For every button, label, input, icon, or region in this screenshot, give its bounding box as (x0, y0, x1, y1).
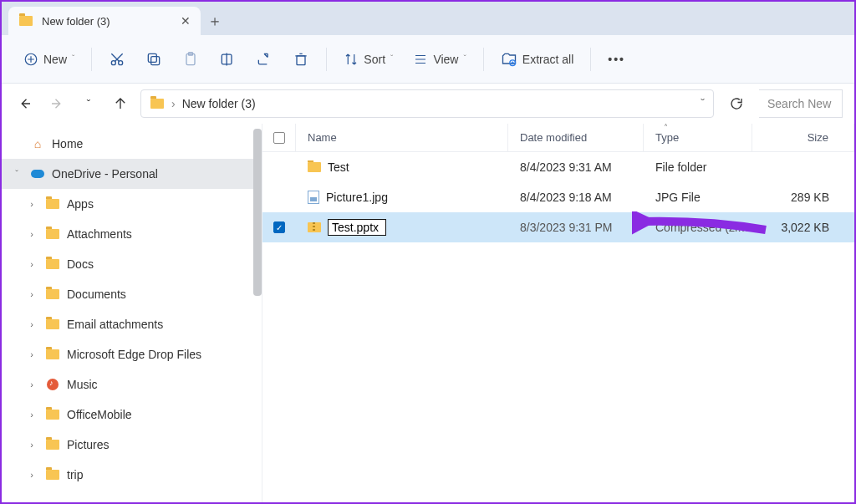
view-button[interactable]: View ˇ (405, 44, 474, 74)
separator (326, 48, 327, 71)
cell-name[interactable] (296, 219, 508, 236)
separator (483, 48, 484, 71)
cell-type: File folder (644, 160, 752, 174)
nav-item[interactable]: ›Pictures (2, 430, 262, 460)
column-type[interactable]: Type (644, 124, 752, 151)
copy-button[interactable] (137, 44, 171, 74)
row-checkbox[interactable]: ✓ (262, 221, 296, 233)
chevron-right-icon[interactable]: › (25, 470, 38, 480)
folder-icon (45, 470, 60, 480)
folder-icon (45, 349, 60, 359)
svg-rect-3 (151, 56, 160, 64)
folder-icon (18, 16, 33, 26)
nav-label: Documents (67, 288, 126, 301)
nav-item[interactable]: ›Documents (2, 279, 262, 309)
chevron-right-icon[interactable]: › (25, 289, 38, 299)
nav-home[interactable]: ⌂ Home (2, 129, 262, 159)
nav-item[interactable]: ›OfficeMobile (2, 400, 262, 430)
folder-icon (150, 99, 165, 109)
sort-button[interactable]: Sort ˇ (335, 44, 401, 74)
nav-label: Music (67, 378, 98, 391)
view-label: View (433, 53, 458, 66)
window-tab[interactable]: New folder (3) ✕ (8, 7, 201, 35)
forward-button[interactable] (45, 92, 69, 115)
nav-item[interactable]: ›Email attachments (2, 309, 262, 339)
new-button[interactable]: New ˇ (15, 44, 83, 74)
nav-onedrive[interactable]: ˇ OneDrive - Personal (2, 159, 262, 189)
nav-label: trip (67, 468, 83, 481)
chevron-right-icon[interactable]: › (25, 229, 38, 239)
refresh-button[interactable] (722, 89, 751, 118)
chevron-down-icon: ˇ (87, 98, 90, 110)
extract-all-button[interactable]: Extract all (492, 44, 582, 74)
nav-label: Microsoft Edge Drop Files (67, 348, 201, 361)
file-row[interactable]: Test8/4/2023 9:31 AMFile folder (262, 152, 854, 182)
zip-icon (308, 222, 321, 232)
share-button[interactable] (247, 44, 281, 74)
cell-date: 8/3/2023 9:31 PM (508, 221, 644, 234)
nav-item[interactable]: ›Docs (2, 249, 262, 279)
sort-label: Sort (364, 53, 385, 66)
chevron-right-icon[interactable]: › (25, 349, 38, 359)
cut-button[interactable] (100, 44, 134, 74)
address-bar-row: ˇ › New folder (3) ˇ Search New (2, 84, 854, 124)
nav-item[interactable]: ›Music (2, 369, 262, 400)
chevron-right-icon[interactable]: › (25, 319, 38, 329)
folder-icon (45, 440, 60, 450)
breadcrumb-segment[interactable]: New folder (3) (182, 97, 256, 110)
file-row[interactable]: ✓8/3/2023 9:31 PMCompressed (zipp...3,02… (262, 212, 854, 242)
rename-button[interactable] (211, 44, 244, 74)
new-tab-button[interactable]: ＋ (201, 7, 229, 35)
rename-input[interactable] (328, 219, 386, 236)
sort-indicator-icon: ˄ (664, 123, 668, 132)
nav-label: Docs (67, 257, 94, 271)
cell-name[interactable]: Picture1.jpg (296, 191, 508, 204)
chevron-down-icon: ˇ (463, 54, 466, 64)
music-icon (45, 379, 60, 390)
back-button[interactable] (13, 92, 37, 115)
chevron-right-icon[interactable]: › (25, 440, 38, 450)
address-bar[interactable]: › New folder (3) ˇ (140, 89, 714, 118)
folder-icon (45, 289, 60, 299)
cell-size: 3,022 KB (752, 221, 854, 234)
folder-icon (45, 199, 60, 209)
more-button[interactable]: ••• (599, 44, 634, 74)
close-tab-icon[interactable]: ✕ (181, 14, 191, 28)
delete-button[interactable] (284, 44, 318, 74)
column-date[interactable]: Date modified (508, 124, 644, 151)
select-all-checkbox[interactable] (262, 124, 296, 151)
scrollbar-thumb[interactable] (253, 129, 262, 296)
chevron-down-icon[interactable]: ˇ (10, 169, 23, 179)
column-size[interactable]: Size (752, 124, 854, 151)
cell-type: JPG File (644, 191, 752, 204)
cell-type: Compressed (zipp... (644, 221, 752, 234)
onedrive-icon (30, 170, 45, 178)
chevron-right-icon[interactable]: › (25, 379, 38, 389)
chevron-right-icon[interactable]: › (25, 259, 38, 269)
folder-icon (45, 259, 60, 269)
separator (91, 48, 92, 71)
nav-item[interactable]: ›Attachments (2, 219, 262, 249)
search-input[interactable]: Search New (759, 89, 843, 118)
folder-icon (45, 319, 60, 329)
chevron-down-icon[interactable]: ˇ (701, 97, 705, 110)
cell-size: 289 KB (752, 191, 854, 204)
folder-icon (45, 229, 60, 239)
file-name: Test (328, 160, 349, 174)
chevron-right-icon[interactable]: › (25, 199, 38, 209)
up-button[interactable] (109, 92, 132, 115)
file-name: Picture1.jpg (326, 191, 388, 204)
file-row[interactable]: Picture1.jpg8/4/2023 9:18 AMJPG File289 … (262, 182, 854, 212)
recent-dropdown[interactable]: ˇ (77, 92, 100, 115)
nav-item[interactable]: ›Apps (2, 189, 262, 219)
nav-item[interactable]: ›Microsoft Edge Drop Files (2, 339, 262, 369)
home-icon: ⌂ (30, 137, 45, 150)
folder-icon (45, 410, 60, 420)
cell-name[interactable]: Test (296, 160, 508, 174)
paste-button[interactable] (174, 44, 207, 74)
nav-item[interactable]: ›trip (2, 460, 262, 490)
cell-date: 8/4/2023 9:18 AM (508, 191, 644, 204)
nav-label: Email attachments (67, 318, 163, 331)
column-name[interactable]: Name (296, 124, 508, 151)
chevron-right-icon[interactable]: › (25, 410, 38, 420)
